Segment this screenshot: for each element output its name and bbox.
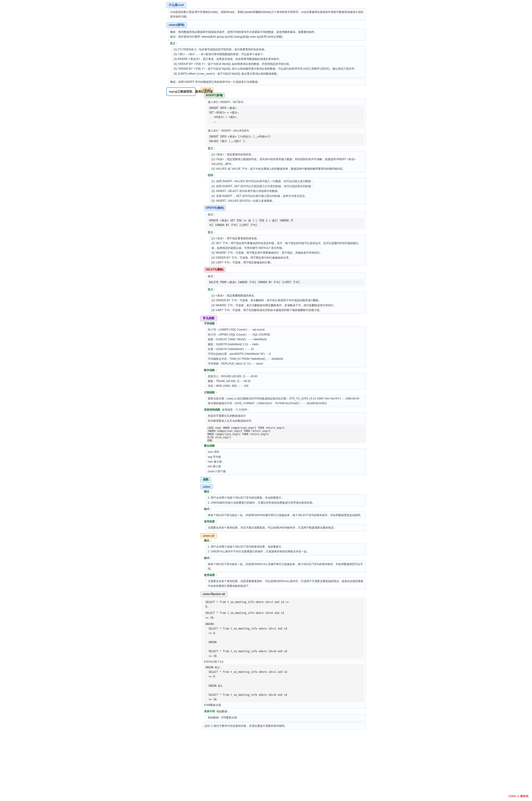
select-gaishu2-text: 概述：使用 INSERT 语句向数据库已有的表单中向一行或是多行元组数据。 — [170, 80, 364, 84]
select-gaishu-text: 概述：查询数据库指从数据库中根据某些条件，使用不同的查询方式来获取不同的数据、是… — [170, 30, 364, 34]
liucheng-1: 把某本不重要交叉的数据放在行 — [208, 414, 364, 418]
delete-hanyi: 含义： (1) <表名>：指定要删除数据的表名。 (2) 'ORDER BY' … — [208, 288, 366, 314]
insert-zongjie-5: (5) ·INSERT...VALUES 语句可以一次插入多条数据。 — [211, 198, 364, 203]
union-sql1: SELECT * from t_oa_meeting_info where id… — [204, 599, 364, 610]
union-geshi-label: 格式： — [204, 507, 212, 511]
juhe-1: sum 求和 — [208, 450, 364, 454]
update-hanyi: 含义： (1) <表名>：用于指定要更新的表名称。 (2) 'SET' 子句：用… — [208, 230, 366, 266]
delete-geshi-label: 格式： — [208, 274, 364, 279]
juhe-5: count 计算个数 — [208, 469, 364, 474]
hanshu-header: 函数 — [200, 477, 366, 482]
union-geshi: 格式： 将多个SELECT语句放在一起，并使用UNION关键字将它们连接起来，每… — [204, 507, 366, 519]
select-hanyi-1: (1) ['*'|<字段列名>]：包含着号或指定的字段列表，表示将要查询列名的名… — [174, 47, 364, 52]
unionall-geshi-label: 格式： — [204, 556, 212, 560]
unionall-shiyong: 使用场景： 当需要合并多个查询结果，但是需要重复值时，可以使用UNION ALL… — [204, 573, 366, 590]
juhe-section: 聚合函数 sum 求和 avg 平均值 max 最大值 min 最小值 coun… — [204, 444, 366, 475]
liucheng-sql: CASE expr WHEN comparison_expr1 THEN ret… — [206, 425, 366, 443]
insert-zongjie-3: (3) ·INSERT...SELECT 语句向表中插入其他表中的数据。 — [211, 189, 364, 193]
insert-danxing-sql: INSERT INTO <表名> SET <列名1> = <值1>, <列名2>… — [208, 105, 364, 125]
update-hanyi-1: (1) <表名>：用于指定要更新的表名称。 — [211, 236, 364, 241]
zifu-4: 截取：SUBSTR (HelloWorld',1,5) ···· Hello — [208, 342, 364, 347]
zifu-3: 拼接：CONCAT ('Hello','World') ········ Hel… — [208, 337, 364, 342]
insert-hanyi-box: (1) <表名>：指定要操作的表的名。 (2) <列名>：指定需要插入数据的列名… — [209, 151, 366, 173]
insert-hanyi-3: (3) 'VALUES' 或 'VALUE' 子句：该子句包含要插入的列数据清单… — [211, 167, 364, 171]
insert-section: INSERT(新增) 插入单行: INSERT... SET语句 INSERT … — [204, 93, 366, 204]
union-shiyong-label: 使用场景： — [204, 520, 217, 523]
union-gainian-label: 概念： — [204, 490, 212, 494]
update-hanyi-2: (2) 'SET' 子句：用于指定表中要修改的列名及其列值，其中，每个指定的列值… — [211, 241, 364, 250]
select-hanyi-5: (5) 'ORDER BY' <字段 Y>：该子句告诉 MySQL 按什么样的顺… — [174, 66, 364, 71]
juhe-4: min 最小值 — [208, 464, 364, 469]
union-geshi-content: 将多个SELECT语句放在一起，并使用UNION关键字将它们连接起来，每个SEL… — [208, 513, 364, 517]
insert-hanyi-1: (1) <表名>：指定要操作的表的名。 — [211, 152, 364, 157]
shenmecrud-text: crud是指在数计算处理中空增加(Create)、读取(Read)、更新(Upd… — [170, 10, 364, 19]
union-label: union — [200, 484, 213, 489]
delete-geshi: 格式： DELETE FROM <表名> [WHERE 子句] [ORDER B… — [206, 273, 366, 287]
select-hanyi-3: (3) WHERE <查达式>：是行查选，如果是存选选，则全部查询数据都必须满足… — [174, 57, 364, 61]
update-geshi: 格式： UPDATE <表名> SET 字段 1= 值 1 L 字段 2 = 值… — [206, 211, 366, 230]
union-shiyong-1: 当需要合并多个查询结果，并且不要出现重复值，可以使用UNION操作符，它适用于数… — [208, 526, 364, 530]
delete-section: DELETE(删除) 格式： DELETE FROM <表名> [WHERE 子… — [204, 267, 366, 314]
main-title: mysql之数据类型、建表以及约束 — [166, 87, 196, 96]
unionall-geshi: 格式： 将多个SELECT语句放在一起，并使用UNION ALL关键字将它们连接… — [204, 556, 366, 573]
qubietong-box: 初始数据：678重复出现 — [206, 714, 366, 721]
qubietong: 具体不同 初始数据： 初始数据：678重复出现 — [204, 710, 366, 721]
liucheng-shiyong: 使用场景：◎ 行转列： — [222, 408, 250, 411]
changyong-section: 常见函数 字符函数： 转小写：LOWER ('SQL Course') ····… — [200, 316, 366, 475]
select-gaishu2: 概述：使用 INSERT 语句向数据库已有的表单中向一行或是多行元组数据。 — [168, 78, 366, 85]
insert-hanyi-2: (2) <列名>：指定需要插入数据的列名。若向表中的所有列插入数据，则全部的列名… — [211, 157, 364, 166]
update-hanyi-3: (3) 'WHERE' 子句：可选项，用于限定表中需要修改的行，若不指定，则修改… — [211, 250, 364, 255]
shenmecrud-content: crud是指在数计算处理中空增加(Create)、读取(Read)、更新(Upd… — [168, 8, 366, 20]
liucheng-2: 把功能需要放入交叉化的数据放在列 — [208, 419, 364, 423]
select-hanyi-6: (6) '[LIMIT[<offset>,]<row_count>]：该子句告诉… — [174, 72, 364, 76]
update-hanyi-label: 含义： — [208, 230, 216, 234]
delete-header: DELETE(删除) — [204, 267, 366, 272]
insert-label: INSERT(新增) — [204, 93, 225, 98]
zifu-7: 字符截取近半径：TRIM ('H' FROM 'HelloWorld') ···… — [208, 357, 364, 361]
unionall-example: UNION ALL: SELECT * from t_oa_meeting_in… — [204, 664, 364, 702]
union-gainian-box: 1. 用于合并两个或多个SELECT语句的结果集，并去除重复行。 2. UNIO… — [206, 494, 366, 506]
select-hanyi-box: (1) ['*'|<字段列名>]：包含着号或指定的字段列表，表示将要查询列名的名… — [172, 46, 366, 77]
juhe-3: max 最大值 — [208, 459, 364, 464]
union-shiyong: 使用场景： 当需要合并多个查询结果，并且不要出现重复值，可以使用UNION操作符… — [204, 520, 366, 531]
unionall-geshi-content: 将多个SELECT语句放在一起，并使用UNION ALL关键字将它们连接起来，每… — [208, 562, 364, 571]
union-section: union 概念： 1. 用于合并两个或多个SELECT语句的结果集，并去除重复… — [200, 484, 366, 532]
insert-duoxing-sql: INSERT INTO <表名> [(<列名1> [,…<列名n>]) VALU… — [208, 134, 364, 144]
juhe-box: sum 求和 avg 平均值 max 最大值 min 最小值 count 计算个… — [206, 448, 366, 475]
union-gainian: 概念： 1. 用于合并两个或多个SELECT语句的结果集，并去除重复行。 2. … — [204, 490, 366, 506]
insert-zongjie-box: (1) ·使用 INSERT...VALUES 语句可以向表中插入一行数据，也可… — [209, 178, 366, 204]
update-hanyi-4: (4) 'ORDER BY' 子句：可选项，用于限定表中的行被修改的次序。 — [211, 255, 364, 260]
union-gainian-1: 1. 用于合并两个或多个SELECT语句的结果集，并去除重复行。 — [208, 495, 364, 500]
zifu-label: 字符函数： — [204, 322, 217, 326]
unionvsunionall-box: SELECT * from t_oa_meeting_info where id… — [202, 597, 366, 709]
unionall-section: union all 概念： 1. 用于合并两个或多个SELECT语句的查询结果，… — [200, 533, 366, 590]
unionvsunionall-section: union与union all SELECT * from t_oa_meeti… — [200, 591, 366, 729]
shenmecrud-label: 什么是crud — [166, 2, 186, 8]
unionall-gainian-label: 概念： — [204, 539, 212, 542]
update-hanyi-box: (1) <表名>：用于指定要更新的表名称。 (2) 'SET' 子句：用于指定表… — [209, 235, 366, 266]
unionvsunionall-zongjie-text: 总结 ◎ 相当于数学中的交集和并集，所谓去重是不需要所有列相同。 — [204, 724, 364, 728]
shenmecrud-section: 什么是crud crud是指在数计算处理中空增加(Create)、读取(Read… — [166, 2, 366, 20]
unionall-header: union all — [200, 533, 366, 538]
shuxue-box: 四舍五入：ROUND (45.926, 2) ····· 45.93 截取：TR… — [206, 373, 366, 390]
shuxue-2: 截取：TRUNC (45.926, 2) ·····45.92 — [208, 379, 364, 383]
update-geshi-sql: UPDATE <表名> SET 字段 1= 值 1 L 字段 2 = 值2] [… — [208, 217, 364, 228]
qubietong-1: 初始数据：678重复出现 — [208, 715, 364, 720]
select-hanyi-2: (2) <表1>，<表2>…：表 1标表示查询需函数据的来源，可以是单个或多个。 — [174, 52, 364, 56]
unionvsunionall-label: union与union all — [200, 591, 228, 597]
mind-left: mysql之数据类型、建表以及约束 — [166, 87, 198, 98]
delete-hanyi-3: (3) 'WHERE' 子句：可选项，表示为删除操作限定删除条件，若省略该子句，… — [211, 303, 364, 308]
changyong-header: 常见函数 — [200, 316, 366, 321]
insert-hanyi-label: 含义： — [208, 147, 216, 150]
mind-map: mysql之数据类型、建表以及约束 CRUD INSERT(新增) 插入单行: … — [166, 87, 366, 731]
union-geshi-box: 将多个SELECT语句放在一起，并使用UNION关键字将它们连接起来，每个SEL… — [206, 512, 366, 519]
select-gaishu: 概述：查询数据库指从数据库中根据某些条件，使用不同的查询方式来获取不同的数据、是… — [168, 28, 366, 41]
page-container: 什么是crud crud是指在数计算处理中空增加(Create)、读取(Read… — [164, 0, 368, 736]
unionall-result: 6789重复出现 — [204, 703, 364, 707]
insert-hanyi: 含义： (1) <表名>：指定要操作的表的名。 (2) <列名>：指定需要插入数… — [208, 147, 366, 173]
unionvsunionall-header: union与union all — [200, 591, 366, 597]
riqi-2: 将日期转换格式字符：DATE_FORMAT（'2004/10/14'，'%Y%年… — [208, 401, 364, 406]
unionall-gainian: 概念： 1. 用于合并两个或多个SELECT语句的查询结果，包括重复行。 2. … — [204, 539, 366, 555]
unionall-shiyong-box: 当需要合并多个查询结果，但是需要重复值时，可以使用UNION ALL操作符，它适… — [206, 577, 366, 590]
insert-zongjie-label: 总结： — [208, 173, 216, 177]
